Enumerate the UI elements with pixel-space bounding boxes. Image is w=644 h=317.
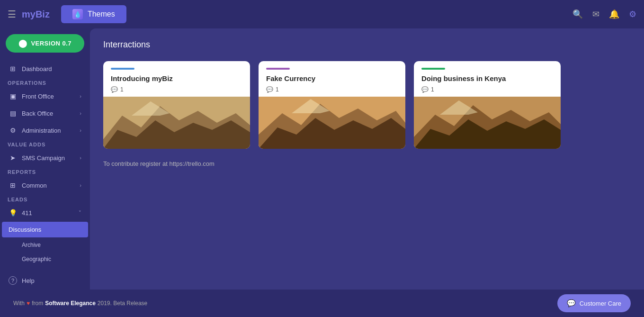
footer-from: from bbox=[32, 300, 43, 307]
sidebar-item-back-office[interactable]: ▤ Back Office › bbox=[2, 105, 88, 121]
theme-card-3[interactable]: Doing business in Kenya 💬 1 bbox=[414, 61, 561, 149]
card-comment-2: 💬 1 bbox=[266, 86, 398, 93]
card-image-3: Tega Uchumi: Regulations Trello bbox=[414, 97, 561, 149]
comment-count-1: 1 bbox=[120, 86, 124, 93]
card-header-1: Introducing myBiz 💬 1 bbox=[103, 61, 250, 97]
sidebar-item-discussions[interactable]: Discussions bbox=[2, 222, 88, 237]
sidebar-item-label: 411 bbox=[22, 209, 74, 217]
administration-icon: ⚙ bbox=[9, 127, 17, 134]
sidebar-section-reports: REPORTS bbox=[0, 166, 90, 177]
topbar-right: 🔍 ✉ 🔔 ⚙ bbox=[572, 9, 636, 19]
card-image-bg-3 bbox=[414, 97, 561, 149]
hamburger-icon[interactable]: ☰ bbox=[8, 9, 16, 20]
heart-icon: ♥ bbox=[27, 300, 30, 307]
logo-my: my bbox=[22, 9, 36, 19]
card-comment-1: 💬 1 bbox=[111, 86, 242, 93]
mail-icon[interactable]: ✉ bbox=[592, 9, 599, 19]
footer-suffix: 2019. Beta Release bbox=[98, 300, 147, 307]
cards-row: Introducing myBiz 💬 1 bbox=[103, 61, 631, 149]
chevron-right-icon: › bbox=[80, 110, 81, 116]
help-icon: ? bbox=[9, 276, 17, 285]
back-office-icon: ▤ bbox=[9, 109, 17, 117]
sidebar-item-label: Discussions bbox=[9, 226, 81, 233]
card-accent-bar-1 bbox=[111, 68, 134, 70]
sidebar-section-operations: OPERATIONS bbox=[0, 77, 90, 88]
sidebar-item-label: Help bbox=[22, 277, 81, 284]
sidebar: ⬤ VERSION 0.7 ⊞ Dashboard OPERATIONS ▣ F… bbox=[0, 28, 90, 290]
comment-icon-3: 💬 bbox=[421, 86, 429, 93]
customer-care-button[interactable]: 💬 Customer Care bbox=[557, 294, 631, 312]
comment-icon-2: 💬 bbox=[266, 86, 273, 93]
customer-care-label: Customer Care bbox=[580, 300, 621, 307]
section-title: Interractions bbox=[103, 40, 631, 50]
dashboard-icon: ⊞ bbox=[9, 65, 17, 72]
version-button[interactable]: ⬤ VERSION 0.7 bbox=[6, 34, 84, 53]
sidebar-item-common[interactable]: ⊞ Common › bbox=[2, 177, 88, 193]
themes-tab-label: Themes bbox=[88, 10, 115, 18]
card-header-3: Doing business in Kenya 💬 1 bbox=[414, 61, 561, 97]
version-label: VERSION 0.7 bbox=[31, 40, 72, 47]
bell-icon[interactable]: 🔔 bbox=[609, 9, 619, 19]
topbar: ☰ myBiz 💧 Themes 🔍 ✉ 🔔 ⚙ bbox=[0, 0, 644, 28]
chevron-right-icon: › bbox=[80, 127, 81, 133]
card-title-1: Introducing myBiz bbox=[111, 74, 242, 82]
card-header-2: Fake Currency 💬 1 bbox=[259, 61, 405, 97]
sidebar-item-label: Administration bbox=[22, 127, 75, 134]
body-layout: ⬤ VERSION 0.7 ⊞ Dashboard OPERATIONS ▣ F… bbox=[0, 28, 644, 290]
main-content: Interractions Introducing myBiz 💬 1 bbox=[90, 28, 644, 290]
logo-biz: Biz bbox=[36, 9, 50, 19]
sidebar-section-leads: LEADS bbox=[0, 194, 90, 204]
sidebar-section-value-adds: VALUE ADDS bbox=[0, 139, 90, 149]
chevron-down-icon: ˅ bbox=[79, 210, 81, 216]
footer-brand: Software Elegance bbox=[45, 300, 96, 307]
gear-icon[interactable]: ⚙ bbox=[629, 9, 636, 19]
app-logo: myBiz bbox=[22, 9, 50, 20]
front-office-icon: ▣ bbox=[9, 92, 17, 100]
common-icon: ⊞ bbox=[9, 181, 17, 189]
sidebar-item-administration[interactable]: ⚙ Administration › bbox=[2, 122, 88, 138]
sidebar-item-label: Back Office bbox=[22, 110, 75, 117]
sidebar-item-geographic[interactable]: Geographic bbox=[2, 253, 88, 266]
chevron-right-icon: › bbox=[80, 182, 81, 188]
contribute-text: To contribute register at https://trello… bbox=[103, 160, 631, 167]
card-accent-bar-3 bbox=[421, 68, 445, 70]
sidebar-item-label: Front Office bbox=[22, 93, 75, 100]
comment-count-3: 1 bbox=[431, 86, 434, 93]
card-image-bg-1 bbox=[103, 97, 250, 149]
footer-prefix: With bbox=[13, 300, 25, 307]
card-title-2: Fake Currency bbox=[266, 74, 398, 82]
theme-card-2[interactable]: Fake Currency 💬 1 bbox=[259, 61, 405, 149]
sidebar-item-archive[interactable]: Archive bbox=[2, 238, 88, 252]
sms-campaign-icon: ➤ bbox=[9, 154, 17, 162]
github-icon: ⬤ bbox=[18, 39, 27, 48]
sidebar-item-front-office[interactable]: ▣ Front Office › bbox=[2, 88, 88, 104]
footer-left: With ♥ from Software Elegance 2019. Beta… bbox=[13, 300, 147, 307]
sidebar-item-help[interactable]: ? Help bbox=[2, 272, 88, 289]
card-image-1: Tega Uchumi: Classifieds Trello bbox=[103, 97, 250, 149]
card-comment-3: 💬 1 bbox=[421, 86, 553, 93]
sidebar-item-411[interactable]: 💡 411 ˅ bbox=[2, 205, 88, 221]
card-image-2: Tega Uchumi: Alerts Trello bbox=[259, 97, 405, 149]
sidebar-item-label: Archive bbox=[22, 242, 41, 248]
sidebar-item-label: Geographic bbox=[22, 256, 51, 263]
sidebar-item-label: SMS Campaign bbox=[22, 154, 75, 162]
chevron-right-icon: › bbox=[80, 93, 81, 99]
chevron-right-icon: › bbox=[80, 155, 81, 161]
theme-card-1[interactable]: Introducing myBiz 💬 1 bbox=[103, 61, 250, 149]
sidebar-item-label: Dashboard bbox=[22, 65, 81, 72]
card-accent-bar-2 bbox=[266, 68, 290, 70]
sidebar-item-dashboard[interactable]: ⊞ Dashboard bbox=[2, 61, 88, 77]
themes-tab-icon: 💧 bbox=[72, 9, 83, 19]
chat-icon: 💬 bbox=[567, 299, 576, 308]
page-footer: With ♥ from Software Elegance 2019. Beta… bbox=[0, 290, 644, 317]
search-icon[interactable]: 🔍 bbox=[572, 9, 583, 19]
comment-icon-1: 💬 bbox=[111, 86, 118, 93]
themes-tab[interactable]: 💧 Themes bbox=[61, 5, 126, 23]
sidebar-item-label: Common bbox=[22, 182, 75, 189]
sidebar-item-sms-campaign[interactable]: ➤ SMS Campaign › bbox=[2, 150, 88, 166]
bulb-icon: 💡 bbox=[9, 209, 17, 217]
card-title-3: Doing business in Kenya bbox=[421, 74, 553, 82]
comment-count-2: 1 bbox=[276, 86, 279, 93]
card-image-bg-2 bbox=[259, 97, 405, 149]
